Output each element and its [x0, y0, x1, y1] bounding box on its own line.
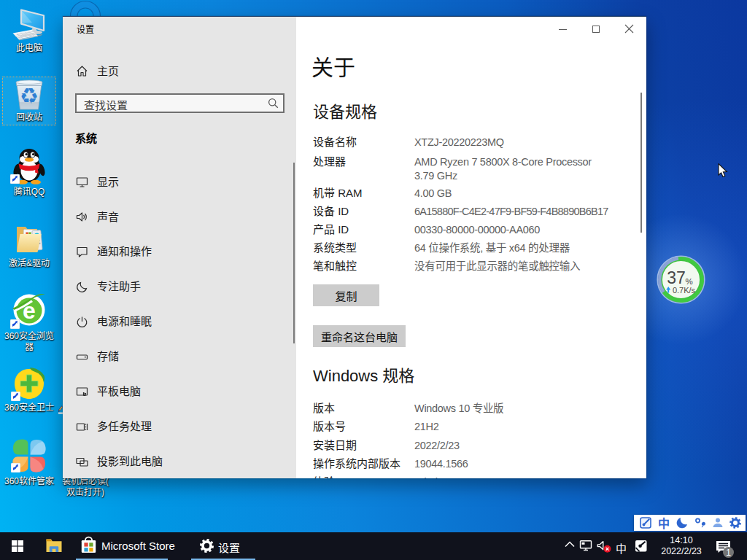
svg-text:1: 1 [726, 548, 731, 558]
svg-text:%: % [685, 277, 692, 286]
svg-text:0.7K/s: 0.7K/s [673, 286, 696, 295]
svg-text:e: e [23, 298, 36, 324]
svg-text:♻: ♻ [21, 82, 37, 106]
svg-text:37: 37 [667, 268, 686, 287]
